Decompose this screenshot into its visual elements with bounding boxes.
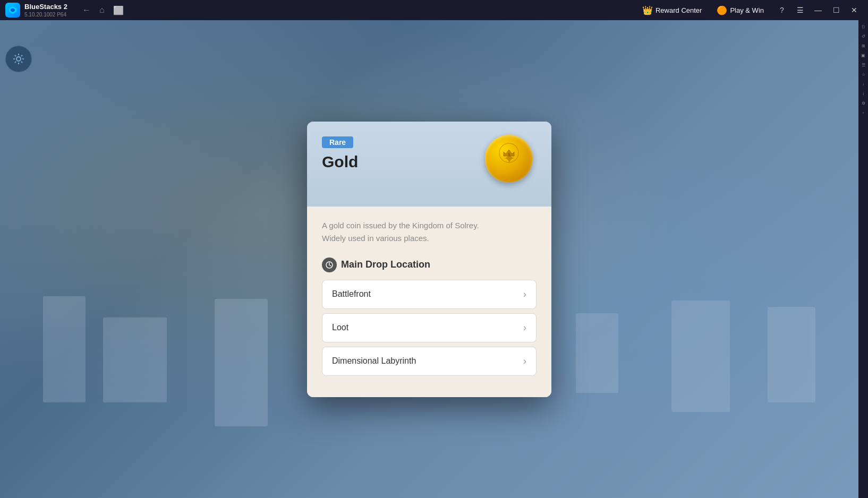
card-body: A gold coin issued by the Kingdom of Sol… <box>307 207 551 397</box>
back-button[interactable]: ← <box>82 5 91 15</box>
card-header: Rare Gold <box>307 122 551 207</box>
location-name-battlefront: Battlefront <box>332 289 371 299</box>
item-description: A gold coin issued by the Kingdom of Sol… <box>322 219 537 245</box>
sidebar-menu-icon[interactable]: ☰ <box>859 61 867 69</box>
reward-icon: 👑 <box>642 5 653 15</box>
sidebar-star-icon[interactable]: ☆ <box>859 70 867 79</box>
window-controls: ? ☰ — ☐ ✕ <box>775 3 862 18</box>
sidebar-grid-icon[interactable]: ⊞ <box>859 41 867 50</box>
bluestacks-logo <box>5 3 20 18</box>
gold-coin-image <box>485 135 533 183</box>
reward-center-button[interactable]: 👑 Reward Center <box>638 3 706 18</box>
sidebar-refresh-icon[interactable]: ↺ <box>859 32 867 40</box>
titlebar-nav: ← ⌂ ⬜ <box>72 5 124 15</box>
tab-button[interactable]: ⬜ <box>113 5 124 15</box>
description-text-2: Widely used in various places. <box>322 234 429 243</box>
app-name: BlueStacks 2 <box>24 3 67 11</box>
sidebar-expand-icon[interactable]: ⟨⟩ <box>859 22 867 31</box>
coin-crown-decoration <box>498 142 520 166</box>
chevron-right-icon-loot: › <box>523 322 526 333</box>
chevron-right-icon-dimensional: › <box>523 356 526 367</box>
drop-location-section: Main Drop Location Battlefront › Loot › … <box>322 257 537 376</box>
app-version: 5.10.20.1002 P64 <box>24 12 67 18</box>
location-item-dimensional-labyrinth[interactable]: Dimensional Labyrinth › <box>322 347 537 376</box>
location-item-battlefront[interactable]: Battlefront › <box>322 280 537 309</box>
sidebar-resize-icon[interactable]: ↕ <box>859 89 867 98</box>
svg-point-4 <box>508 153 510 155</box>
item-icon <box>482 132 535 185</box>
sidebar-settings-icon[interactable]: ⚙ <box>859 99 867 107</box>
menu-button[interactable]: ☰ <box>793 3 807 18</box>
titlebar: BlueStacks 2 5.10.20.1002 P64 ← ⌂ ⬜ 👑 Re… <box>0 0 868 20</box>
play-win-button[interactable]: 🟠 Play & Win <box>712 3 768 18</box>
minimize-button[interactable]: — <box>811 3 826 18</box>
item-card-modal: Rare Gold A gold coin <box>307 122 551 397</box>
titlebar-right: 👑 Reward Center 🟠 Play & Win ? ☰ — ☐ ✕ <box>638 3 868 18</box>
rarity-badge: Rare <box>322 136 353 148</box>
drop-location-title: Main Drop Location <box>341 259 430 270</box>
description-text-1: A gold coin issued by the Kingdom of Sol… <box>322 221 479 230</box>
play-win-label: Play & Win <box>730 6 764 14</box>
location-clock-icon <box>322 257 337 272</box>
titlebar-left: BlueStacks 2 5.10.20.1002 P64 ← ⌂ ⬜ <box>0 3 638 18</box>
location-name-dimensional-labyrinth: Dimensional Labyrinth <box>332 356 416 366</box>
location-list: Battlefront › Loot › Dimensional Labyrin… <box>322 280 537 376</box>
close-button[interactable]: ✕ <box>847 3 862 18</box>
sidebar-arrow-icon[interactable]: › <box>859 108 867 117</box>
chevron-right-icon-battlefront: › <box>523 289 526 300</box>
reward-center-label: Reward Center <box>656 6 702 14</box>
maximize-button[interactable]: ☐ <box>829 3 844 18</box>
modal-overlay: Rare Gold A gold coin <box>0 20 858 498</box>
sidebar-window-icon[interactable]: ▣ <box>859 51 867 59</box>
location-name-loot: Loot <box>332 323 348 332</box>
right-sidebar: ⟨⟩ ↺ ⊞ ▣ ☰ ☆ ↓ ↕ ⚙ › <box>858 20 868 498</box>
home-button[interactable]: ⌂ <box>99 5 105 15</box>
location-item-loot[interactable]: Loot › <box>322 313 537 342</box>
help-button[interactable]: ? <box>775 3 789 18</box>
drop-location-header: Main Drop Location <box>322 257 537 272</box>
sidebar-download-icon[interactable]: ↓ <box>859 80 867 88</box>
play-icon: 🟠 <box>717 5 727 15</box>
